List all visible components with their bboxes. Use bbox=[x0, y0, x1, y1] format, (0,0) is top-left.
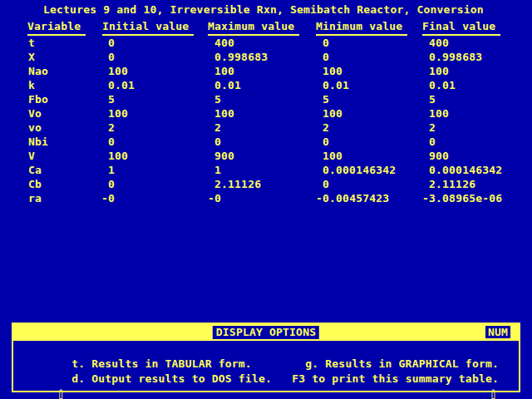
shift-key-icon: ⇧ bbox=[487, 387, 499, 399]
cell-initial: 100 bbox=[108, 107, 128, 121]
cell-minimum: 5 bbox=[323, 93, 329, 106]
cell-minimum: 100 bbox=[323, 150, 342, 163]
cell-maximum: 2.11126 bbox=[214, 178, 261, 191]
cell-initial: 2 bbox=[108, 121, 115, 135]
cell-minimum: 0 bbox=[323, 37, 329, 50]
variable-name: Ca bbox=[28, 164, 42, 177]
variable-name: Nbi bbox=[28, 135, 48, 149]
shift-key-icon: ⇧ bbox=[55, 387, 66, 399]
cell-initial: 0 bbox=[108, 135, 115, 149]
cell-initial: 0.01 bbox=[108, 79, 135, 92]
cell-maximum: 5 bbox=[214, 93, 221, 106]
cell-maximum: 0.998683 bbox=[214, 51, 268, 64]
display-options-panel: DISPLAY OPTIONS NUM t. Results in TABULA… bbox=[12, 323, 520, 392]
column-header-variable: Variable bbox=[27, 20, 86, 36]
panel-title-bar: DISPLAY OPTIONS NUM bbox=[13, 324, 519, 341]
cell-initial: 0 bbox=[108, 51, 115, 64]
cell-initial: -0 bbox=[101, 192, 115, 205]
cell-maximum: 2 bbox=[214, 121, 221, 135]
cell-minimum: -0.00457423 bbox=[316, 192, 389, 205]
cell-minimum: 100 bbox=[323, 65, 342, 78]
variable-name: vo bbox=[28, 121, 42, 135]
option-make-changes[interactable]: ⇧ ↵ to make changes. bbox=[352, 374, 499, 399]
cell-minimum: 0.000146342 bbox=[323, 164, 396, 177]
cell-initial: 100 bbox=[108, 150, 128, 163]
panel-title: DISPLAY OPTIONS bbox=[213, 326, 319, 339]
page-title: Lectures 9 and 10, Irreversible Rxn, Sem… bbox=[43, 3, 484, 17]
column-header-maximum: Maximum value bbox=[208, 20, 299, 36]
column-header-initial: Initial value bbox=[102, 20, 194, 36]
variable-name: t bbox=[28, 37, 35, 50]
cell-final: 5 bbox=[429, 93, 436, 106]
cell-maximum: 100 bbox=[214, 107, 234, 121]
cell-maximum: 1 bbox=[214, 164, 221, 177]
option-new-problem[interactable]: ⇧ F8 for new problem or library. bbox=[15, 374, 255, 399]
cell-minimum: 0 bbox=[323, 51, 329, 64]
cell-final: 2 bbox=[429, 121, 436, 135]
variable-name: X bbox=[28, 51, 35, 64]
dos-screen: Lectures 9 and 10, Irreversible Rxn, Sem… bbox=[0, 0, 532, 399]
cell-final: 0.998683 bbox=[429, 51, 482, 64]
column-header-final: Final value bbox=[422, 20, 500, 36]
cell-minimum: 0 bbox=[323, 178, 329, 191]
cell-initial: 5 bbox=[108, 93, 115, 106]
variable-name: Nao bbox=[28, 65, 48, 78]
cell-maximum: -0 bbox=[208, 192, 221, 205]
cell-initial: 100 bbox=[108, 65, 128, 78]
cell-final: 2.11126 bbox=[429, 178, 475, 191]
cell-maximum: 0 bbox=[214, 135, 221, 149]
cell-minimum: 100 bbox=[323, 107, 342, 121]
cell-initial: 0 bbox=[108, 37, 115, 50]
cell-initial: 1 bbox=[108, 164, 115, 177]
variable-name: k bbox=[28, 79, 35, 92]
cell-maximum: 400 bbox=[214, 37, 234, 50]
variable-name: Cb bbox=[28, 178, 42, 191]
cell-final: -3.08965e-06 bbox=[422, 192, 502, 205]
variable-name: Vo bbox=[28, 107, 42, 121]
cell-minimum: 0 bbox=[323, 135, 329, 149]
cell-final: 900 bbox=[429, 150, 449, 163]
variable-name: Fbo bbox=[28, 93, 48, 106]
cell-final: 0.01 bbox=[429, 79, 456, 92]
cell-maximum: 900 bbox=[214, 150, 234, 163]
cell-final: 0 bbox=[429, 135, 436, 149]
cell-final: 100 bbox=[429, 65, 449, 78]
cell-maximum: 0.01 bbox=[214, 79, 241, 92]
num-lock-indicator: NUM bbox=[485, 326, 510, 338]
cell-final: 400 bbox=[429, 37, 449, 50]
variable-name: V bbox=[28, 150, 35, 163]
cell-final: 0.000146342 bbox=[429, 164, 502, 177]
cell-initial: 0 bbox=[108, 178, 115, 191]
variable-name: ra bbox=[28, 192, 42, 205]
cell-minimum: 2 bbox=[323, 121, 329, 135]
cell-maximum: 100 bbox=[214, 65, 234, 78]
cell-final: 100 bbox=[429, 107, 449, 121]
column-header-minimum: Minimum value bbox=[316, 20, 407, 36]
cell-minimum: 0.01 bbox=[323, 79, 349, 92]
